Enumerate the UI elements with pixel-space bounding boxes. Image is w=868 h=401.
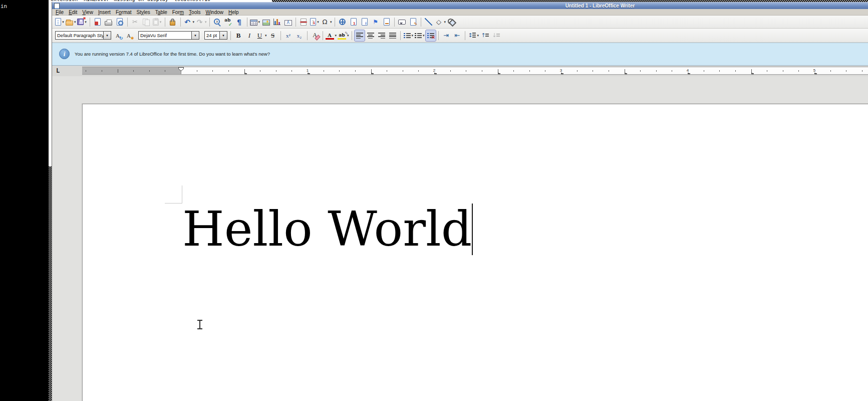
insert-comment-button[interactable] (397, 17, 407, 28)
no-list-button[interactable] (426, 30, 436, 41)
clear-formatting-button[interactable]: A (310, 30, 320, 41)
ruler-number: 2 (433, 68, 435, 73)
decrease-indent-button[interactable]: ⇤ (452, 30, 462, 41)
insert-hyperlink-button[interactable] (338, 17, 348, 28)
font-size-dropdown-button[interactable]: ▼ (219, 32, 227, 39)
track-changes-button[interactable] (408, 17, 418, 28)
underline-dropdown-arrow[interactable]: ▾ (265, 34, 267, 38)
insert-field-button[interactable]: ▾ (310, 17, 320, 28)
subscript-button[interactable]: x₂ (295, 30, 305, 41)
insert-textbox-button[interactable] (283, 17, 293, 28)
increase-paragraph-spacing-button[interactable]: ↑ (480, 30, 490, 41)
insert-image-button[interactable] (261, 17, 271, 28)
menu-format[interactable]: Format (113, 10, 134, 15)
menu-help[interactable]: Help (226, 10, 241, 15)
copy-button[interactable] (141, 17, 151, 28)
font-color-button[interactable]: A▾ (326, 30, 337, 41)
font-name-dropdown-button[interactable]: ▼ (191, 32, 199, 39)
horizontal-ruler[interactable]: 12345 (82, 67, 868, 75)
new-style-button[interactable] (124, 30, 134, 41)
save-dropdown-arrow[interactable]: ▾ (85, 20, 87, 24)
menu-file[interactable]: File (53, 10, 66, 15)
bullet-list-button[interactable]: ▾ (403, 30, 414, 41)
menu-styles[interactable]: Styles (134, 10, 153, 15)
menu-window[interactable]: Window (203, 10, 226, 15)
insert-bookmark-button[interactable]: ⚑ (371, 17, 381, 28)
bold-button[interactable]: B (233, 30, 243, 41)
paragraph-style-dropdown-button[interactable]: ▼ (103, 32, 111, 39)
align-left-button[interactable] (355, 30, 365, 41)
basic-shapes-dropdown-arrow[interactable]: ▾ (444, 20, 446, 24)
menu-edit[interactable]: Edit (66, 10, 80, 15)
strikethrough-button[interactable]: S (268, 30, 278, 41)
insert-field-dropdown-arrow[interactable]: ▾ (317, 20, 319, 24)
undo-button[interactable]: ↶▾ (183, 17, 195, 28)
menu-form[interactable]: Form (170, 10, 186, 15)
line-spacing-button[interactable]: ↕▾ (468, 30, 479, 41)
justify-button[interactable] (388, 30, 398, 41)
decrease-paragraph-spacing-button[interactable]: ↓ (491, 30, 501, 41)
menu-tools[interactable]: Tools (186, 10, 203, 15)
font-size-combo[interactable]: 24 pt▼ (204, 31, 227, 40)
increase-indent-button[interactable]: ⇥ (441, 30, 451, 41)
ruler-tick (513, 70, 514, 72)
highlight-color-button[interactable]: ab▾ (338, 30, 349, 41)
insert-page-break-button[interactable] (299, 17, 309, 28)
ruler-tick (228, 70, 229, 72)
insert-table-button[interactable]: ▾ (250, 17, 260, 28)
italic-button[interactable]: I (244, 30, 254, 41)
insert-table-dropdown-arrow[interactable]: ▾ (258, 20, 260, 24)
tab-type-selector[interactable]: L (56, 67, 60, 74)
clone-formatting-button[interactable] (168, 17, 178, 28)
spelling-button[interactable] (223, 17, 233, 28)
align-center-icon (367, 32, 374, 39)
insert-endnote-button[interactable] (360, 17, 370, 28)
bullet-list-dropdown-arrow[interactable]: ▾ (412, 34, 414, 38)
open-file-dropdown-arrow[interactable]: ▾ (74, 20, 76, 24)
show-draw-functions-button[interactable] (447, 17, 457, 28)
redo-button[interactable]: ↷▾ (195, 17, 207, 28)
insert-footnote-button[interactable] (349, 17, 359, 28)
superscript-button[interactable]: x² (283, 30, 294, 41)
document-text[interactable]: Hello World (182, 202, 473, 257)
menu-insert[interactable]: Insert (96, 10, 113, 15)
find-and-replace-button[interactable] (212, 17, 222, 28)
formatting-marks-button[interactable]: ¶ (234, 17, 244, 28)
undo-dropdown-arrow[interactable]: ▾ (193, 20, 195, 24)
paste-dropdown-arrow[interactable]: ▾ (160, 20, 162, 24)
new-document-button[interactable]: ▾ (55, 17, 65, 28)
insert-field-icon (310, 18, 316, 26)
print-preview-button[interactable] (115, 17, 125, 28)
open-file-button[interactable]: ▾ (66, 17, 76, 28)
menu-table[interactable]: Table (153, 10, 170, 15)
insert-special-character-button[interactable]: Ω▾ (321, 17, 332, 28)
insert-chart-button[interactable] (272, 17, 282, 28)
cut-button[interactable]: ✂ (130, 17, 140, 28)
basic-shapes-button[interactable]: ◇▾ (435, 17, 446, 28)
underline-button[interactable]: U▾ (255, 30, 267, 41)
align-right-button[interactable] (377, 30, 387, 41)
numbered-list-button[interactable]: ▾ (414, 30, 425, 41)
menu-view[interactable]: View (80, 10, 96, 15)
new-document-dropdown-arrow[interactable]: ▾ (62, 20, 64, 24)
title-bar[interactable]: Untitled 1 - LibreOffice Writer (52, 2, 868, 9)
redo-dropdown-arrow[interactable]: ▾ (205, 20, 207, 24)
paragraph-style-combo[interactable]: Default Paragraph Style▼ (55, 31, 111, 40)
numbered-list-dropdown-arrow[interactable]: ▾ (423, 34, 425, 38)
font-name-combo[interactable]: DejaVu Serif▼ (138, 31, 199, 40)
line-spacing-dropdown-arrow[interactable]: ▾ (477, 34, 479, 38)
export-pdf-button[interactable] (93, 17, 103, 28)
align-center-button[interactable] (366, 30, 376, 41)
update-style-button[interactable] (113, 30, 123, 41)
insert-special-character-dropdown-arrow[interactable]: ▾ (330, 20, 332, 24)
save-button[interactable]: ▾ (77, 17, 87, 28)
ruler-tick (498, 69, 498, 73)
document-page[interactable]: Hello World (82, 104, 868, 401)
insert-cross-reference-button[interactable] (382, 17, 392, 28)
open-file-icon (66, 21, 73, 26)
print-button[interactable] (104, 17, 114, 28)
font-color-dropdown-arrow[interactable]: ▾ (335, 34, 337, 38)
insert-line-button[interactable] (424, 17, 434, 28)
default-tab-stop-mark (498, 73, 500, 74)
paste-button[interactable]: ▾ (152, 17, 162, 28)
